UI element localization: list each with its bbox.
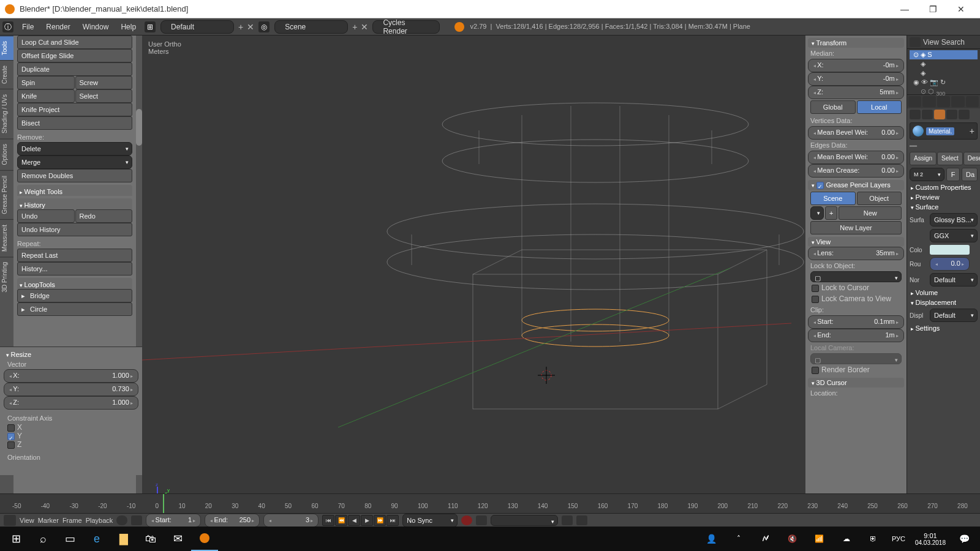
tool-bisect[interactable]: Bisect [17,116,132,130]
scrollbar-thumb[interactable] [136,109,142,146]
tab-create[interactable]: Create [0,60,13,89]
space-local[interactable]: Local [857,100,902,114]
tl-lock-icon[interactable] [131,515,142,525]
menu-render[interactable]: Render [40,18,76,36]
panel-surface[interactable]: Surface [907,202,980,212]
panel-3d-cursor[interactable]: 3D Cursor [808,378,904,388]
panel-displacement[interactable]: Displacement [907,298,980,307]
wifi-icon[interactable]: 📶 [806,527,833,551]
mat-select[interactable]: Select [937,152,963,165]
tl-playback[interactable]: Playback [86,517,113,524]
timeline-cursor[interactable] [163,494,164,513]
tl-clock-icon[interactable] [116,515,127,525]
outliner-editor-icon[interactable] [910,37,921,47]
close-button[interactable]: ✕ [947,0,975,18]
key-insert-icon[interactable] [562,515,573,525]
tab-tools[interactable]: Tools [0,36,13,60]
layout-icon[interactable]: ⊞ [145,21,156,32]
color-swatch[interactable] [930,245,970,255]
material-slot[interactable]: Material. + [910,122,978,140]
explorer-icon[interactable]: ▇ [110,527,137,551]
dist-dropdown[interactable]: GGX [930,229,978,242]
constraint-y[interactable]: Y [7,432,138,440]
start-icon[interactable]: ⊞ [2,527,29,551]
median-y[interactable]: Y:-0m [808,72,904,86]
tool-offset-edge[interactable]: Offset Edge Slide [17,49,132,62]
keyframe-prev-icon[interactable]: ⏪ [335,515,347,526]
repeat-last-button[interactable]: Repeat Last [17,249,132,262]
panel-settings[interactable]: Settings [907,323,980,333]
tool-screw[interactable]: Screw [75,76,133,89]
tab-3d-printing[interactable]: 3D Printing [0,257,13,297]
tl-current[interactable]: 3 [263,514,318,527]
tab-texture[interactable] [946,110,957,119]
tl-start[interactable]: Start:1 [146,514,201,527]
scene-add-icon[interactable]: + [350,22,359,32]
engine-field[interactable]: Cycles Render [372,20,440,34]
panel-custom-props[interactable]: Custom Properties [907,182,980,192]
maximize-button[interactable]: ❐ [919,0,947,18]
3d-viewport[interactable]: User Ortho Meters [142,36,805,527]
play-icon[interactable]: ▶ [361,515,373,526]
key-delete-icon[interactable] [576,515,587,525]
tab-shading-uvs[interactable]: Shading / UVs [0,89,13,138]
store-icon[interactable]: 🛍 [137,527,164,551]
keying-set-field[interactable] [491,515,558,526]
mean-bevel-weight-v[interactable]: Mean Bevel Wei:0.00 [808,126,904,140]
lock-camera[interactable]: Lock Camera to View [808,293,904,304]
tab-particle[interactable] [959,110,970,119]
keyframe-next-icon[interactable]: ⏩ [374,515,386,526]
task-view-icon[interactable]: ▭ [56,527,83,551]
layout-del-icon[interactable]: ✕ [245,22,256,32]
panel-grease-pencil[interactable]: Grease Pencil Layers [808,180,904,190]
history-button[interactable]: History... [17,262,132,276]
people-icon[interactable]: 👤 [698,527,725,551]
tab-scene[interactable] [937,96,950,107]
gp-new-button[interactable]: New [839,206,902,220]
material-add-icon[interactable]: + [970,126,974,136]
layout-add-icon[interactable]: + [236,22,245,32]
notification-icon[interactable]: 💬 [951,527,978,551]
local-camera-field[interactable]: ▢ [810,353,902,364]
outliner-node[interactable]: ◈ [910,59,978,69]
tab-material[interactable] [934,110,945,119]
gp-add-icon[interactable]: + [825,206,837,220]
outliner-selected[interactable]: ⊙ ◈ S [910,50,978,59]
mat-deselect[interactable]: Desele [963,152,980,165]
gp-new-layer[interactable]: New Layer [810,221,902,234]
scene-del-icon[interactable]: ✕ [359,22,370,32]
autokey-icon[interactable] [461,515,472,525]
panel-preview[interactable]: Preview [907,192,980,202]
tl-marker[interactable]: Marker [38,517,59,524]
redo-button[interactable]: Redo [75,209,133,223]
defender-icon[interactable]: ⛨ [860,527,887,551]
mat-data[interactable]: Da [962,168,978,181]
mail-icon[interactable]: ✉ [164,527,191,551]
jump-start-icon[interactable]: ⏮ [322,515,334,526]
tool-remove-doubles[interactable]: Remove Doubles [17,169,132,182]
search-icon[interactable]: ⌕ [29,527,56,551]
jump-end-icon[interactable]: ⏭ [386,515,399,526]
gp-scene[interactable]: Scene [810,192,856,205]
render-border[interactable]: Render Border [808,364,904,375]
tab-grease-pencil[interactable]: Grease Pencil [0,170,13,219]
menu-file[interactable]: File [16,18,40,36]
constraint-x[interactable]: X [7,423,138,432]
tool-knife-project[interactable]: Knife Project [17,103,132,116]
panel-view[interactable]: View [808,237,904,247]
tool-knife[interactable]: Knife [17,89,75,103]
timeline-ruler[interactable]: -50-40-30-20-100102030405060708090100110… [0,494,980,514]
layout-field[interactable]: Default [160,20,234,34]
gp-brush[interactable] [810,206,824,220]
gp-check[interactable] [816,182,824,189]
edge-icon[interactable]: e [83,527,110,551]
mat-assign[interactable]: Assign [910,152,937,165]
outliner-node2[interactable]: ◈ [910,69,978,78]
sync-dropdown[interactable]: No Sync [402,514,458,527]
lock-object-field[interactable]: ▢ [810,271,902,282]
tab-options[interactable]: Options [0,138,13,170]
battery-icon[interactable]: 🗲 [752,527,779,551]
menu-window[interactable]: Window [77,18,115,36]
outliner[interactable]: ⊙ ◈ S ◈ ◈ ◉ 👁 📷 ↻ ⊙ ⬡ 300 [907,49,980,95]
median-z[interactable]: Z:5mm [808,86,904,99]
